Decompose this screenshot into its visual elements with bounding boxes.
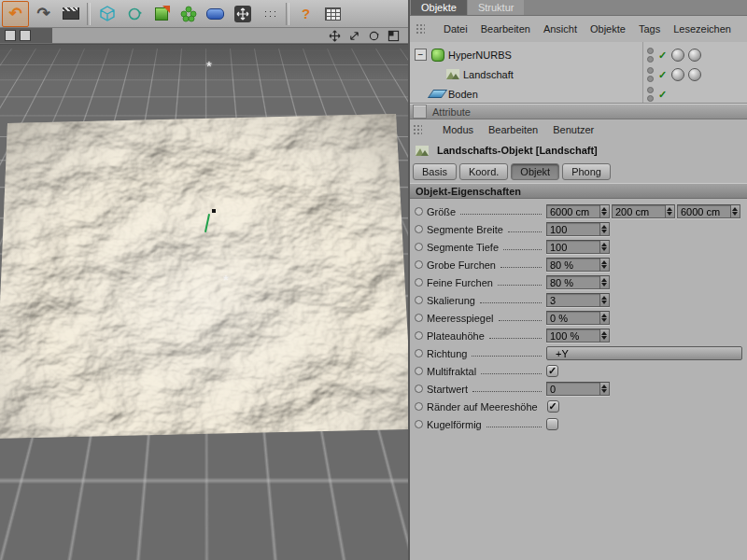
multifraktal-checkbox[interactable]: ✓	[546, 365, 558, 377]
visibility-dots[interactable]	[647, 48, 654, 63]
spline-primitive-icon[interactable]	[203, 2, 228, 26]
plateauhoehe-field[interactable]: 100 %	[546, 329, 610, 343]
skalierung-field[interactable]: 3	[546, 293, 610, 307]
tab-basis[interactable]: Basis	[413, 163, 457, 180]
extrude-object-icon[interactable]	[148, 2, 174, 26]
spinner-icon[interactable]	[599, 294, 609, 306]
record-circle[interactable]	[415, 331, 423, 340]
phong-tag-icon[interactable]	[688, 68, 701, 81]
spinner-icon[interactable]	[599, 329, 609, 342]
tab-phong[interactable]: Phong	[562, 163, 611, 180]
meeresspiegel-field[interactable]: 0 %	[546, 311, 610, 325]
property-raender-auf-meereshoehe: Ränder auf Meereshöhe ✓	[410, 398, 747, 415]
spinner-icon[interactable]	[730, 205, 740, 217]
spinner-icon[interactable]	[599, 223, 609, 235]
tree-row-landschaft[interactable]: Landschaft ✓	[410, 64, 747, 84]
drag-grip-icon[interactable]	[416, 23, 425, 35]
hypernurbs-rotate-icon[interactable]	[121, 2, 147, 26]
kugelfoermig-checkbox[interactable]	[546, 418, 558, 430]
object-label[interactable]: Landschaft	[463, 69, 514, 80]
record-circle[interactable]	[415, 385, 423, 393]
spinner-icon[interactable]	[665, 205, 674, 217]
move-axis-icon[interactable]	[230, 2, 255, 26]
enable-check-icon[interactable]: ✓	[658, 90, 667, 99]
groesse-z-field[interactable]: 6000 cm	[677, 204, 740, 218]
menu-datei[interactable]: Datei	[444, 23, 468, 35]
record-circle[interactable]	[415, 225, 423, 233]
spinner-icon[interactable]	[599, 383, 609, 395]
tree-row-hypernurbs[interactable]: − HyperNURBS ✓	[410, 45, 747, 64]
startwert-field[interactable]: 0	[546, 382, 610, 396]
pan-view-icon[interactable]	[328, 29, 342, 43]
visibility-dots[interactable]	[647, 87, 654, 102]
record-circle[interactable]	[415, 243, 423, 251]
tab-objekt[interactable]: Objekt	[511, 163, 559, 180]
tree-row-boden[interactable]: Boden ✓	[410, 84, 747, 104]
record-circle[interactable]	[415, 278, 423, 287]
zoom-view-icon[interactable]	[347, 29, 361, 43]
spinner-icon[interactable]	[599, 312, 609, 324]
selection-point[interactable]	[212, 209, 216, 213]
attribute-tabs: Basis Koord. Objekt Phong	[410, 161, 747, 183]
object-label[interactable]: Boden	[448, 89, 478, 100]
phong-tag-icon[interactable]	[671, 68, 684, 81]
record-circle[interactable]	[415, 296, 423, 304]
tab-struktur[interactable]: Struktur	[468, 0, 525, 15]
undo-icon[interactable]: ↶	[2, 1, 29, 27]
menu-bearbeiten-attr[interactable]: Bearbeiten	[488, 124, 538, 135]
toggle-view-icon[interactable]	[387, 29, 401, 43]
property-kugelfoermig: Kugelförmig	[410, 415, 747, 433]
menu-modus[interactable]: Modus	[443, 124, 473, 135]
visibility-dots[interactable]	[647, 67, 654, 82]
segmente-tiefe-field[interactable]: 100	[546, 240, 610, 254]
tab-objekte[interactable]: Objekte	[411, 0, 467, 15]
content-browser-icon[interactable]	[320, 2, 345, 26]
record-circle[interactable]	[415, 207, 423, 216]
segmente-breite-field[interactable]: 100	[546, 222, 610, 236]
menu-benutzer[interactable]: Benutzer	[553, 124, 594, 135]
groesse-y-field[interactable]: 200 cm	[612, 204, 675, 218]
spinner-icon[interactable]	[599, 259, 609, 271]
record-circle[interactable]	[415, 314, 423, 322]
menu-bearbeiten[interactable]: Bearbeiten	[481, 23, 530, 35]
phong-tag-icon[interactable]	[671, 49, 684, 62]
array-object-icon[interactable]	[176, 2, 201, 26]
record-circle[interactable]	[415, 402, 423, 411]
grobe-furchen-field[interactable]: 80 %	[546, 258, 610, 272]
menu-ansicht[interactable]: Ansicht	[543, 23, 577, 35]
feine-furchen-field[interactable]: 80 %	[546, 275, 610, 289]
phong-tag-icon[interactable]	[688, 49, 701, 62]
spinner-icon[interactable]	[599, 241, 609, 253]
particles-icon[interactable]	[257, 2, 282, 26]
object-label[interactable]: HyperNURBS	[448, 49, 512, 61]
render-icon[interactable]	[58, 2, 83, 26]
menu-tags[interactable]: Tags	[639, 23, 660, 35]
spinner-icon[interactable]	[599, 276, 609, 288]
section-header[interactable]: Objekt-Eigenschaften	[410, 183, 747, 199]
layout-icon[interactable]	[5, 30, 16, 41]
rotate-view-icon[interactable]	[367, 29, 381, 43]
record-circle[interactable]	[415, 367, 423, 375]
cube-primitive-icon[interactable]	[94, 2, 120, 26]
menu-lesezeichen[interactable]: Lesezeichen	[673, 23, 731, 35]
menu-objekte[interactable]: Objekte	[590, 23, 626, 35]
enable-check-icon[interactable]: ✓	[658, 70, 667, 79]
record-circle[interactable]	[415, 349, 423, 357]
toolbar-divider	[87, 3, 91, 25]
drag-grip-icon[interactable]	[413, 105, 427, 119]
record-circle[interactable]	[415, 260, 423, 269]
layout-icon[interactable]	[20, 30, 31, 41]
raender-checkbox[interactable]: ✓	[547, 400, 559, 413]
spinner-icon[interactable]	[599, 205, 609, 217]
richtung-dropdown[interactable]: +Y	[546, 346, 742, 360]
tab-koord[interactable]: Koord.	[459, 163, 508, 180]
collapse-icon[interactable]: −	[415, 49, 427, 61]
redo-icon[interactable]: ↷	[31, 2, 56, 26]
terrain-render[interactable]	[0, 101, 408, 448]
enable-check-icon[interactable]: ✓	[658, 50, 667, 60]
help-icon[interactable]: ?	[293, 2, 318, 26]
drag-grip-icon[interactable]	[413, 124, 422, 136]
record-circle[interactable]	[415, 420, 423, 428]
viewport[interactable]: * *	[0, 44, 408, 560]
groesse-x-field[interactable]: 6000 cm	[546, 204, 610, 218]
